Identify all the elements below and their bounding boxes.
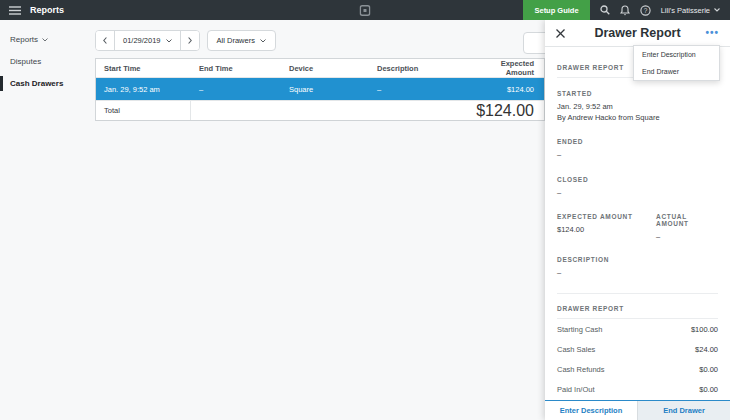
filters-toolbar: 01/29/2019 All Drawers [95,30,545,51]
date-navigator: 01/29/2019 [95,30,200,51]
chevron-left-icon [103,37,107,44]
search-icon[interactable] [600,5,610,15]
help-icon[interactable]: ? [640,5,651,16]
chevron-down-icon [166,39,172,43]
enter-description-button[interactable]: Enter Description [545,401,637,420]
sidebar-item-reports[interactable]: Reports [0,30,90,49]
line-item-value: $0.00 [699,385,718,394]
line-item-label: Cash Refunds [557,365,605,374]
table-row[interactable]: Jan. 29, 9:52 am – Square – $124.00 [96,78,544,100]
drawer-report-panel: Drawer Report ••• Enter Description End … [545,20,730,420]
table-total-row: Total $124.00 [96,100,544,120]
chevron-down-icon [42,38,48,42]
chevron-down-icon [714,8,720,12]
top-bar: Reports Setup Guide ? Lili's Patisserie [0,0,730,20]
table-header-row: Start Time End Time Device Description E… [96,59,544,78]
actual-amount-value: – [656,231,718,242]
expected-amount-label: Expected Amount [557,213,656,220]
line-item-label: Starting Cash [557,325,602,334]
column-header-expected-amount: Expected Amount [486,59,544,77]
hamburger-menu-icon[interactable] [9,6,21,15]
actual-amount-label: Actual Amount [656,213,718,227]
account-name: Lili's Patisserie [661,6,710,15]
row-expected-amount: $124.00 [486,85,544,94]
date-value: 01/29/2019 [123,36,161,45]
line-item-value: $0.00 [699,365,718,374]
description-label: Description [557,256,718,263]
more-options-icon[interactable]: ••• [705,30,719,36]
svg-text:?: ? [643,6,647,13]
column-header-description: Description [369,64,486,73]
panel-footer: Enter Description End Drawer [545,400,730,420]
main-content: 01/29/2019 All Drawers Start Time End Ti… [90,20,545,420]
line-item-label: Paid In/Out [557,385,595,394]
row-end-time: – [191,85,281,94]
previous-date-button[interactable] [96,31,115,50]
ended-value: – [557,149,718,160]
next-date-button[interactable] [180,31,199,50]
sidebar-item-label: Reports [10,35,38,44]
row-start-time: Jan. 29, 9:52 am [96,85,191,94]
expected-amount-value: $124.00 [557,224,656,235]
expected-amount-block: Expected Amount $124.00 [557,213,656,242]
account-dropdown[interactable]: Lili's Patisserie [661,6,720,15]
panel-body: Drawer Report Started Jan. 29, 9:52 am B… [545,64,730,420]
line-item-value: $100.00 [691,325,718,334]
sidebar-item-cash-drawers[interactable]: Cash Drawers [0,74,90,93]
closed-value: – [557,187,718,198]
description-block: Description – [557,256,718,278]
sidebar-item-disputes[interactable]: Disputes [0,52,90,71]
started-by: By Andrew Hacko from Square [557,112,718,123]
section-divider [557,293,718,294]
list-item-starting-cash: Starting Cash $100.00 [557,319,718,339]
list-item-paid-in-out: Paid In/Out $0.00 [557,379,718,399]
more-options-menu: Enter Description End Drawer [633,45,720,81]
square-logo-icon[interactable] [360,5,371,16]
ended-block: Ended – [557,138,718,160]
started-time: Jan. 29, 9:52 am [557,101,718,112]
page-title: Reports [30,5,64,15]
total-amount: $124.00 [191,102,544,120]
column-header-start-time: Start Time [96,64,191,73]
list-item-cash-refunds: Cash Refunds $0.00 [557,359,718,379]
setup-guide-button[interactable]: Setup Guide [523,0,589,20]
sidebar-item-label: Cash Drawers [10,79,63,88]
closed-label: Closed [557,176,718,183]
row-device: Square [281,85,369,94]
chevron-right-icon [188,37,192,44]
total-label: Total [96,101,191,120]
sidebar: Reports Disputes Cash Drawers [0,20,90,420]
amounts-row: Expected Amount $124.00 Actual Amount – [557,213,718,242]
section-heading-drawer-report-totals: Drawer Report [557,305,718,319]
closed-block: Closed – [557,176,718,198]
line-item-value: $24.00 [695,345,718,354]
line-item-label: Cash Sales [557,345,595,354]
row-description: – [369,85,486,94]
menu-item-enter-description[interactable]: Enter Description [634,46,719,63]
description-value: – [557,267,718,278]
started-label: Started [557,90,718,97]
end-drawer-button[interactable]: End Drawer [637,401,730,420]
sidebar-item-label: Disputes [10,57,41,66]
notifications-bell-icon[interactable] [620,5,630,16]
ended-label: Ended [557,138,718,145]
drawer-filter-value: All Drawers [217,36,255,45]
date-picker[interactable]: 01/29/2019 [115,31,180,50]
column-header-end-time: End Time [191,64,281,73]
started-block: Started Jan. 29, 9:52 am By Andrew Hacko… [557,90,718,123]
actual-amount-block: Actual Amount – [656,213,718,242]
cash-drawers-table: Start Time End Time Device Description E… [95,58,545,121]
menu-item-end-drawer[interactable]: End Drawer [634,63,719,80]
column-header-device: Device [281,64,369,73]
panel-title: Drawer Report [545,26,730,40]
close-icon[interactable] [556,29,565,38]
chevron-down-icon [260,39,266,43]
panel-header: Drawer Report ••• [545,20,730,47]
drawer-filter-dropdown[interactable]: All Drawers [207,30,276,51]
list-item-cash-sales: Cash Sales $24.00 [557,339,718,359]
